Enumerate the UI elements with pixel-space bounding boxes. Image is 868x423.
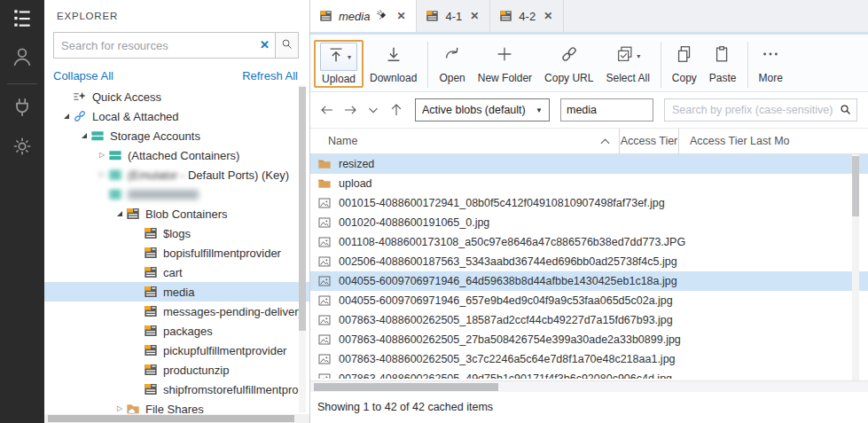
collapse-all-link[interactable]: Collapse All xyxy=(53,69,113,82)
explorer-toggle-button[interactable] xyxy=(0,0,44,39)
tree-item-shipfromstorefulfillmentpro[interactable]: shipfromstorefulfillmentpro xyxy=(44,380,309,399)
tree-item-label: (Emulator - xyxy=(128,168,184,182)
tree-item-productunzip[interactable]: productunzip xyxy=(44,360,309,380)
file-name: 002506-4088600187563_5343aabd36744ed696b… xyxy=(339,255,677,268)
list-horizontal-scrollbar[interactable] xyxy=(310,380,868,392)
more-icon xyxy=(761,44,780,67)
tree-item-label: $logs xyxy=(163,227,191,240)
scrollbar-thumb[interactable] xyxy=(314,383,498,391)
tab-media[interactable]: media✕ xyxy=(310,0,417,32)
tree-item-pickupfulfillmentprovider[interactable]: pickupfulfillmentprovider xyxy=(44,341,309,360)
close-icon[interactable]: ✕ xyxy=(542,10,554,22)
expander-icon[interactable] xyxy=(78,133,90,138)
chevron-down-icon[interactable] xyxy=(364,100,383,120)
toolbar-upload-button[interactable]: ▾Upload xyxy=(314,40,364,88)
file-row[interactable]: 007863-4088600262505_27ba508426754e399a3… xyxy=(310,330,868,349)
search-button[interactable] xyxy=(276,32,299,59)
tree-item-media[interactable]: media xyxy=(44,282,309,302)
expander-icon[interactable] xyxy=(60,114,73,119)
explorer-horizontal-scrollbar[interactable] xyxy=(44,414,309,423)
path-input[interactable] xyxy=(560,98,653,121)
toolbar-separator xyxy=(747,42,748,88)
column-header-name[interactable]: Name xyxy=(310,129,619,153)
back-arrow-icon[interactable] xyxy=(317,100,337,120)
file-row[interactable]: 007863-4088600262505_3c7c2246a5c64e7d8f1… xyxy=(310,349,868,369)
image-file-icon xyxy=(317,372,332,379)
expander-icon[interactable]: ▷ xyxy=(113,405,126,412)
close-icon[interactable]: ✕ xyxy=(395,10,407,22)
expander-icon[interactable]: ▷ xyxy=(96,171,108,178)
file-row[interactable]: 004055-6009706971946_657e9b4ed9c04f9a9c5… xyxy=(310,291,868,310)
file-row[interactable]: 001020-4088600191065_0.jpg xyxy=(310,213,868,232)
column-header-access-tier-last-modified[interactable]: Access Tier Last Mo xyxy=(678,129,868,153)
tree-item-label: Local & Attached xyxy=(92,110,179,123)
toolbar-open-button[interactable]: Open xyxy=(433,40,471,86)
file-name: 007863-4088600262505_3c7c2246a5c64e7d8f1… xyxy=(339,353,676,365)
scrollbar-thumb[interactable] xyxy=(48,415,294,422)
scrollbar-thumb[interactable] xyxy=(852,156,859,216)
expander-icon[interactable] xyxy=(113,211,126,216)
scrollbar-thumb[interactable] xyxy=(299,87,306,331)
list-vertical-scrollbar[interactable] xyxy=(852,154,859,380)
toolbar-button-label: Paste xyxy=(709,72,737,84)
select-all-icon xyxy=(615,44,635,67)
file-row[interactable]: 007863-4088600262505_18587ad2ccf44cb4922… xyxy=(310,310,868,330)
column-header-access-tier[interactable]: Access Tier xyxy=(619,129,678,153)
tab-label: 4-1 xyxy=(445,10,462,23)
explorer-panel: EXPLORER ✕ Collapse All Refresh All Quic… xyxy=(44,0,310,423)
tree-item-packages[interactable]: packages xyxy=(44,321,309,341)
account-button[interactable] xyxy=(0,39,44,78)
partially-visible-row[interactable]: 007863-4088600262505_49d75b1c90171f4f3b6… xyxy=(310,369,868,379)
tree-item-cart[interactable]: cart xyxy=(44,262,309,282)
sort-ascending-icon xyxy=(601,139,610,148)
toolbar-separator xyxy=(661,42,661,88)
close-icon[interactable]: ✕ xyxy=(468,10,481,22)
keep-open-icon[interactable] xyxy=(376,9,388,24)
explorer-vertical-scrollbar[interactable] xyxy=(299,85,306,412)
prefix-search-input[interactable] xyxy=(664,98,857,121)
toolbar-paste-button[interactable]: Paste xyxy=(703,40,743,86)
file-row[interactable]: 001015-4088600172941_08b0f5c412f04910810… xyxy=(310,193,868,213)
tab-4-1[interactable]: 4-1✕ xyxy=(417,0,490,32)
tree-item-default-ports-key[interactable]: ▷(Emulator - Default Ports) (Key) xyxy=(44,165,309,184)
connect-button[interactable] xyxy=(0,90,44,129)
file-name: resized xyxy=(339,158,374,170)
file-name: 001015-4088600172941_08b0f5c412f04910810… xyxy=(339,197,665,209)
tree-item-attached-containers[interactable]: ▷(Attached Containers) xyxy=(44,145,309,165)
tree-item-local-attached[interactable]: Local & Attached xyxy=(44,106,309,126)
file-row[interactable]: upload xyxy=(310,174,868,193)
toolbar-select-all-button[interactable]: ▾Select All xyxy=(599,40,655,86)
clear-search-icon[interactable]: ✕ xyxy=(260,38,270,52)
toolbar-download-button[interactable]: Download xyxy=(364,40,423,86)
toolbar-copy-button[interactable]: Copy xyxy=(666,40,703,86)
image-file-icon xyxy=(317,196,332,210)
tree-item-bopisfulfillmentprovider[interactable]: bopisfulfillmentprovider xyxy=(44,243,309,262)
file-name: 001108-4088600173108_a50c97e8646a47c8865… xyxy=(339,236,685,248)
tree-item-quick-access[interactable]: Quick Access xyxy=(44,87,309,106)
tree-item-storage-accounts[interactable]: Storage Accounts xyxy=(44,126,309,145)
toolbar-more-button[interactable]: More xyxy=(753,40,789,86)
tab-4-2[interactable]: 4-2✕ xyxy=(490,0,564,32)
tree-item-logs[interactable]: $logs xyxy=(44,223,309,243)
file-row[interactable]: 001108-4088600173108_a50c97e8646a47c8865… xyxy=(310,232,868,252)
tree-item-blob-containers[interactable]: Blob Containers xyxy=(44,204,309,223)
tree-item-blurred-account[interactable] xyxy=(44,184,309,204)
tree-item-messages-pending-delivery[interactable]: messages-pending-delivery xyxy=(44,302,309,321)
toolbar-button-label: New Folder xyxy=(478,72,532,84)
file-row[interactable]: 004055-6009706971946_64d59638b8d44afbbe1… xyxy=(310,271,868,291)
expander-icon[interactable]: ▷ xyxy=(96,152,108,159)
file-row[interactable]: 002506-4088600187563_5343aabd36744ed696b… xyxy=(310,252,868,271)
resource-search-input[interactable] xyxy=(53,32,276,59)
toolbar-button-label: Select All xyxy=(606,72,649,84)
tab-label: 4-2 xyxy=(519,10,536,23)
file-row[interactable]: resized xyxy=(310,154,868,174)
toolbar-new-folder-button[interactable]: New Folder xyxy=(472,40,538,86)
refresh-all-link[interactable]: Refresh All xyxy=(242,69,298,82)
blob-state-value: Active blobs (default) xyxy=(422,104,526,116)
blob-state-dropdown[interactable]: Active blobs (default) ▼ xyxy=(415,98,550,121)
forward-arrow-icon[interactable] xyxy=(340,100,360,120)
toolbar-copy-url-button[interactable]: Copy URL xyxy=(538,40,599,86)
tree-item-label: pickupfulfillmentprovider xyxy=(163,344,286,357)
settings-button[interactable] xyxy=(0,129,44,168)
up-arrow-icon[interactable] xyxy=(387,100,406,120)
